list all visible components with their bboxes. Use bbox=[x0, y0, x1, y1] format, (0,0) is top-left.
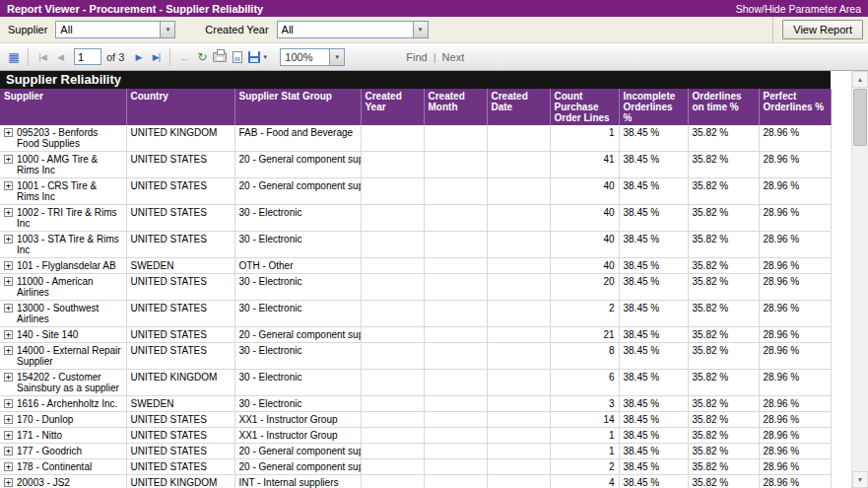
perfect-cell: 28.96 % bbox=[759, 459, 831, 475]
supplier-name: 170 - Dunlop bbox=[17, 414, 122, 425]
supplier-cell: +1002 - TRI Tire & Rims Inc bbox=[0, 205, 126, 232]
toolbar-separator bbox=[28, 48, 29, 66]
supplier-dropdown[interactable]: All ▼ bbox=[55, 21, 175, 38]
expand-row-icon[interactable]: + bbox=[4, 431, 13, 440]
created-year-cell bbox=[361, 343, 424, 370]
created-year-cell bbox=[361, 205, 424, 232]
expand-row-icon[interactable]: + bbox=[4, 462, 13, 471]
created-date-cell bbox=[487, 343, 550, 370]
expand-row-icon[interactable]: + bbox=[4, 277, 13, 286]
created-month-cell bbox=[424, 459, 487, 475]
ontime-cell: 35.82 % bbox=[688, 396, 759, 412]
created-month-cell bbox=[424, 396, 487, 412]
expand-row-icon[interactable]: + bbox=[4, 415, 13, 424]
count-cell: 1 bbox=[550, 125, 619, 152]
country-cell: UNITED STATES bbox=[126, 327, 234, 343]
count-cell: 41 bbox=[550, 152, 619, 178]
show-hide-parameter-area-link[interactable]: Show/Hide Parameter Area bbox=[736, 3, 861, 15]
find-link[interactable]: Find bbox=[406, 51, 427, 63]
perfect-cell: 28.96 % bbox=[759, 412, 831, 428]
expand-row-icon[interactable]: + bbox=[4, 208, 13, 217]
table-row: +178 - ContinentalUNITED STATES20 - Gene… bbox=[0, 459, 831, 475]
created-year-cell bbox=[361, 274, 424, 301]
supplier-dropdown-value: All bbox=[60, 24, 72, 35]
expand-row-icon[interactable]: + bbox=[4, 478, 13, 487]
export-icon[interactable]: ▼ bbox=[246, 47, 270, 67]
incomplete-cell: 38.45 % bbox=[619, 428, 688, 444]
expand-row-icon[interactable]: + bbox=[4, 399, 13, 408]
count-cell: 2 bbox=[550, 459, 619, 475]
expand-row-icon[interactable]: + bbox=[4, 304, 13, 313]
created-month-cell bbox=[424, 258, 487, 274]
vertical-scrollbar[interactable]: ▲ ▼ bbox=[851, 71, 868, 488]
incomplete-cell: 38.45 % bbox=[619, 152, 688, 178]
perfect-cell: 28.96 % bbox=[759, 274, 831, 301]
stat-group-cell: XX1 - Instructor Group bbox=[234, 412, 361, 428]
created-year-cell bbox=[361, 178, 424, 205]
table-row: +171 - NittoUNITED STATESXX1 - Instructo… bbox=[0, 428, 831, 444]
next-link[interactable]: Next bbox=[442, 51, 465, 63]
count-cell: 20 bbox=[550, 274, 619, 301]
stat-group-cell: 20 - General component suppliers bbox=[234, 459, 361, 475]
supplier-cell: +095203 - Benfords Food Supplies bbox=[0, 125, 126, 152]
expand-row-icon[interactable]: + bbox=[4, 181, 13, 190]
last-page-icon[interactable]: ▶| bbox=[147, 47, 165, 67]
incomplete-cell: 38.45 % bbox=[619, 205, 688, 232]
expand-row-icon[interactable]: + bbox=[4, 261, 13, 270]
expand-row-icon[interactable]: + bbox=[4, 447, 13, 455]
ontime-cell: 35.82 % bbox=[688, 327, 759, 343]
document-map-icon[interactable]: ▦ bbox=[5, 47, 23, 67]
first-page-icon[interactable]: |◀ bbox=[33, 47, 51, 67]
next-page-icon[interactable]: ▶ bbox=[129, 47, 147, 67]
expand-row-icon[interactable]: + bbox=[4, 373, 13, 382]
print-layout-icon[interactable] bbox=[229, 47, 246, 67]
stat-group-cell: 30 - Electronic bbox=[234, 343, 361, 370]
created-date-cell bbox=[487, 428, 550, 444]
print-icon[interactable] bbox=[211, 47, 229, 67]
previous-page-icon[interactable]: ◀ bbox=[51, 47, 69, 67]
back-icon[interactable]: ← bbox=[175, 47, 193, 67]
supplier-name: 1001 - CRS Tire & Rims Inc bbox=[17, 180, 122, 202]
ontime-cell: 35.82 % bbox=[688, 232, 759, 258]
expand-row-icon[interactable]: + bbox=[4, 235, 13, 244]
refresh-icon[interactable]: ↻ bbox=[193, 47, 211, 67]
ontime-cell: 35.82 % bbox=[688, 459, 759, 475]
stat-group-cell: OTH - Other bbox=[234, 258, 361, 274]
count-cell: 40 bbox=[550, 232, 619, 258]
view-report-button[interactable]: View Report bbox=[782, 20, 863, 39]
chevron-down-icon: ▼ bbox=[262, 54, 268, 60]
toolbar-separator bbox=[169, 48, 170, 66]
created-month-cell bbox=[424, 343, 487, 370]
stat-group-cell: 20 - General component suppliers bbox=[234, 178, 361, 205]
incomplete-cell: 38.45 % bbox=[619, 258, 688, 274]
created-date-cell bbox=[487, 327, 550, 343]
created-date-cell bbox=[487, 475, 550, 488]
ontime-cell: 35.82 % bbox=[688, 258, 759, 274]
expand-row-icon[interactable]: + bbox=[4, 346, 13, 355]
find-area: Find | Next bbox=[406, 51, 464, 63]
stat-group-cell: FAB - Food and Beverage bbox=[234, 125, 361, 152]
column-header: Perfect Orderlines % bbox=[759, 89, 831, 125]
scrollbar-thumb[interactable] bbox=[853, 89, 867, 146]
supplier-cell: +171 - Nitto bbox=[0, 428, 126, 444]
created-year-dropdown[interactable]: All ▼ bbox=[277, 21, 429, 38]
created-year-cell bbox=[361, 396, 424, 412]
supplier-name: 140 - Site 140 bbox=[17, 329, 122, 340]
titlebar: Report Viewer - Procurement - Supplier R… bbox=[0, 0, 868, 17]
count-cell: 40 bbox=[550, 178, 619, 205]
supplier-cell: +1003 - STA Tire & Rims Inc bbox=[0, 232, 126, 258]
page-number-input[interactable] bbox=[74, 48, 101, 65]
created-date-cell bbox=[487, 370, 550, 396]
scroll-up-icon[interactable]: ▲ bbox=[852, 71, 868, 88]
expand-row-icon[interactable]: + bbox=[4, 330, 13, 339]
supplier-label: Supplier bbox=[8, 24, 47, 35]
expand-row-icon[interactable]: + bbox=[4, 128, 13, 137]
country-cell: UNITED STATES bbox=[126, 412, 234, 428]
expand-row-icon[interactable]: + bbox=[4, 155, 13, 164]
scroll-down-icon[interactable]: ▼ bbox=[852, 471, 868, 488]
supplier-cell: +1000 - AMG Tire & Rims Inc bbox=[0, 152, 126, 178]
supplier-name: 1616 - Archenholtz Inc. bbox=[17, 398, 122, 409]
supplier-cell: +154202 - Customer Sainsbury as a suppli… bbox=[0, 370, 126, 396]
zoom-select[interactable]: 100% ▼ bbox=[280, 48, 345, 66]
created-year-cell bbox=[361, 428, 424, 444]
